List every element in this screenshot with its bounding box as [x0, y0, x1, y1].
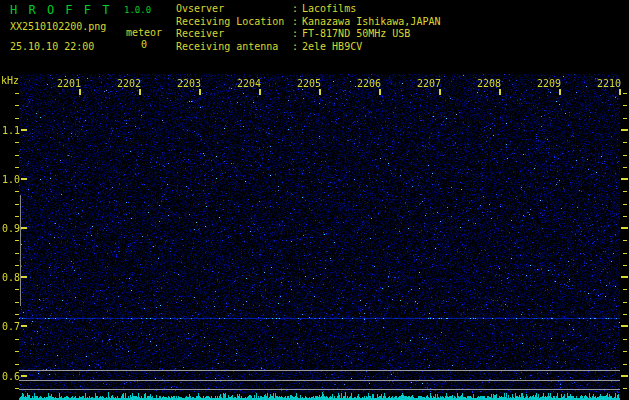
x-axis-tick-label: 2207 [416, 78, 442, 89]
y-axis-tick-label: 0.9 [2, 223, 20, 234]
y-axis-minor-tick [15, 216, 19, 217]
y-axis-right-minor-tick [623, 351, 627, 352]
y-axis-minor-tick [15, 204, 19, 205]
y-axis-major-tick-mark [21, 375, 27, 377]
info-value: Kanazawa Ishikawa,JAPAN [302, 16, 440, 29]
y-axis-tick-label-row: 0.6 [2, 370, 27, 382]
y-axis-right-minor-tick [623, 302, 627, 303]
info-row: Receiving antenna:2ele HB9CV [176, 41, 440, 54]
output-filename: XX2510102200.png [10, 21, 106, 32]
y-axis-tick-label-row: 0.8 [2, 271, 27, 283]
observation-datetime: 25.10.10 22:00 [10, 41, 94, 52]
x-axis-tick-mark [259, 89, 261, 95]
y-axis-minor-tick [15, 240, 19, 241]
y-axis-minor-tick [15, 167, 19, 168]
y-axis-right-minor-tick [623, 118, 627, 119]
y-axis-minor-tick [15, 388, 19, 389]
y-axis-minor-tick [15, 253, 19, 254]
x-axis-tick-mark [499, 89, 501, 95]
x-axis-tick-label: 2209 [536, 78, 562, 89]
x-axis-tick-label: 2201 [56, 78, 82, 89]
y-axis-right-major-tick [621, 178, 628, 180]
x-axis-tick-label: 2208 [476, 78, 502, 89]
info-row: Receiver:FT-817ND 50MHz USB [176, 28, 440, 41]
meteor-counter-label: meteor [120, 27, 168, 38]
hrofft-window: H R O F F T 1.0.0 XX2510102200.png meteo… [0, 0, 629, 400]
info-value: 2ele HB9CV [302, 41, 362, 54]
x-axis-tick-label: 2203 [176, 78, 202, 89]
info-colon: : [292, 3, 302, 16]
info-value: FT-817ND 50MHz USB [302, 28, 410, 41]
x-axis-tick-mark [439, 89, 441, 95]
x-axis-tick-mark [379, 89, 381, 95]
y-axis-minor-tick [15, 105, 19, 106]
x-axis-tick-label: 2210 [596, 78, 622, 89]
y-axis-right-minor-tick [623, 105, 627, 106]
y-axis-right-minor-tick [623, 155, 627, 156]
meteor-counter-value: 0 [120, 39, 168, 50]
info-value: Lacofilms [302, 3, 356, 16]
info-label: Receiving antenna [176, 41, 292, 54]
y-axis-right-minor-tick [623, 253, 627, 254]
y-axis-right-minor-tick [623, 314, 627, 315]
y-axis-minor-tick [15, 289, 19, 290]
y-axis-tick-label: 1.1 [2, 125, 20, 136]
x-axis-tick-mark [139, 89, 141, 95]
y-axis-minor-tick [15, 93, 19, 94]
x-axis-tick-mark [199, 89, 201, 95]
y-axis-minor-tick [15, 118, 19, 119]
y-axis-right-minor-tick [623, 216, 627, 217]
x-axis-tick-label: 2202 [116, 78, 142, 89]
info-label: Ovserver [176, 3, 292, 16]
y-axis-major-tick-mark [21, 227, 27, 229]
y-axis-right-minor-tick [623, 93, 627, 94]
y-axis-tick-label: 0.6 [2, 371, 20, 382]
y-axis-tick-label-row: 1.1 [2, 124, 27, 136]
y-axis-minor-tick [15, 302, 19, 303]
x-axis-tick-label: 2206 [356, 78, 382, 89]
y-axis-right-minor-tick [623, 388, 627, 389]
spectrogram-canvas [19, 74, 620, 400]
y-axis-right-major-tick [621, 375, 628, 377]
x-axis-tick-mark [79, 89, 81, 95]
observation-info-table: Ovserver:LacofilmsReceiving Location:Kan… [176, 3, 440, 53]
y-axis-right-major-tick [621, 325, 628, 327]
y-axis-major-tick-mark [21, 129, 27, 131]
info-colon: : [292, 41, 302, 54]
y-axis-right-minor-tick [623, 364, 627, 365]
y-axis-major-tick-mark [21, 276, 27, 278]
info-label: Receiving Location [176, 16, 292, 29]
y-axis-minor-tick [15, 142, 19, 143]
y-axis-right-minor-tick [623, 339, 627, 340]
info-row: Ovserver:Lacofilms [176, 3, 440, 16]
info-row: Receiving Location:Kanazawa Ishikawa,JAP… [176, 16, 440, 29]
y-axis-minor-tick [15, 339, 19, 340]
y-axis-minor-tick [15, 314, 19, 315]
y-axis-right-minor-tick [623, 167, 627, 168]
y-axis-major-tick-mark [21, 178, 27, 180]
y-axis-minor-tick [15, 191, 19, 192]
x-axis-tick-mark [319, 89, 321, 95]
y-axis-tick-label-row: 0.7 [2, 320, 27, 332]
y-axis-right-major-tick [621, 129, 628, 131]
y-axis-tick-label-row: 1.0 [2, 173, 27, 185]
info-colon: : [292, 28, 302, 41]
y-axis-tick-label: 1.0 [2, 174, 20, 185]
app-title: H R O F F T [10, 3, 111, 17]
y-axis-tick-label: 0.7 [2, 321, 20, 332]
y-axis-right-minor-tick [623, 191, 627, 192]
y-axis-right-major-tick [621, 227, 628, 229]
y-axis-right-minor-tick [623, 289, 627, 290]
y-axis-right-minor-tick [623, 204, 627, 205]
y-axis-right-major-tick [621, 276, 628, 278]
y-axis-minor-tick [15, 265, 19, 266]
y-axis-right-minor-tick [623, 142, 627, 143]
y-axis-right-minor-tick [623, 265, 627, 266]
x-axis-tick-mark [559, 89, 561, 95]
y-axis-minor-tick [15, 155, 19, 156]
x-axis-tick-label: 2204 [236, 78, 262, 89]
y-axis-major-tick-mark [21, 325, 27, 327]
x-axis-tick-label: 2205 [296, 78, 322, 89]
info-colon: : [292, 16, 302, 29]
y-axis-tick-label: 0.8 [2, 272, 20, 283]
